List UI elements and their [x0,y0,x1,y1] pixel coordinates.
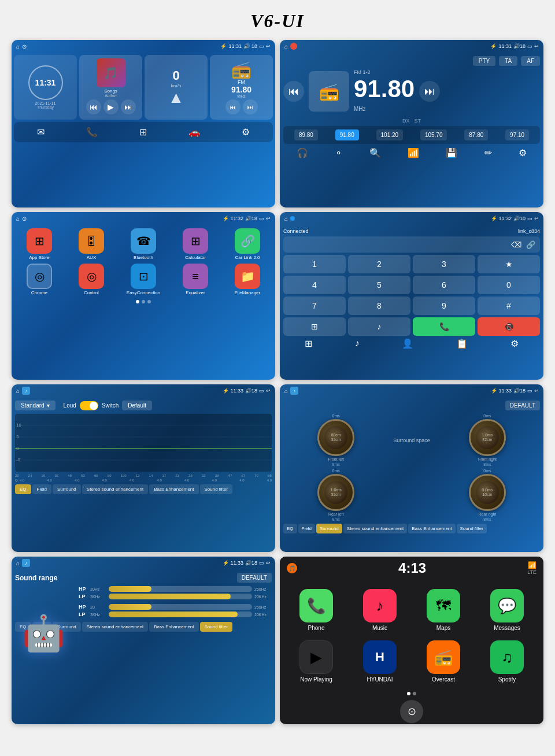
sound-tab-stereo[interactable]: Stereo sound enhancement [82,622,148,632]
stab-eq[interactable]: EQ [283,524,297,533]
pb-contact[interactable]: 👤 [402,338,413,349]
eq-preset-dropdown[interactable]: Standard ▾ [15,401,56,410]
app-easyconnect[interactable]: ⊡ EasyConnection [119,264,168,295]
rear-right-knob[interactable]: 0.0ms10cm [469,474,506,511]
app-chrome[interactable]: ◎ Chrome [15,264,64,295]
carplay-home-btn[interactable]: ⊙ [400,700,423,723]
app-carlink[interactable]: 🔗 Car Link 2.0 [223,228,272,260]
station-2[interactable]: 91.80 [335,129,359,140]
sound-tab-filter[interactable]: Sound filter [200,622,232,632]
backspace-btn[interactable]: ⌫ [511,240,521,249]
key-2[interactable]: 2 [348,255,410,273]
carplay-nowplaying[interactable]: ▶ Now Playing [287,640,346,683]
tab-stereo[interactable]: Stereo sound enhancement [82,484,148,494]
stab-stereo[interactable]: Stereo sound enhancement [343,524,407,533]
pb-music[interactable]: ♪ [355,338,360,349]
stab-filter[interactable]: Sound filter [457,524,487,533]
play-btn[interactable]: ▶ [103,99,119,114]
key-9[interactable]: 9 [413,297,475,315]
station-5[interactable]: 87.80 [464,129,488,140]
link-icon-btn[interactable]: 🔗 [526,240,535,249]
station-3[interactable]: 101.20 [376,129,404,140]
surround-default-btn[interactable]: DEFAULT [505,401,540,410]
lp-track-2[interactable] [109,612,252,617]
radio-prev-btn[interactable]: ⏮ [283,81,304,102]
apps-icon[interactable]: ⊞ [139,127,147,138]
key-8[interactable]: 8 [348,297,410,315]
station-4[interactable]: 105.70 [420,129,447,140]
key-0[interactable]: 0 [478,276,540,294]
fm-next-btn[interactable]: ⏭ [243,99,258,114]
carplay-music[interactable]: ♪ Music [350,589,409,631]
carplay-maps[interactable]: 🗺 Maps [414,589,473,631]
radio-next-btn[interactable]: ⏭ [419,81,440,102]
key-1[interactable]: 1 [283,255,346,273]
app-aux[interactable]: 🎛 AUX [67,228,116,260]
lp-track-1[interactable] [109,594,252,599]
tab-filter[interactable]: Sound filter [200,484,232,494]
headphone-icon[interactable]: 🎧 [297,147,308,158]
carplay-overcast[interactable]: 📻 Overcast [414,640,473,683]
stab-surround[interactable]: Surround [316,524,342,533]
edit-icon[interactable]: ✏ [484,147,492,158]
key-music[interactable]: ♪ [348,317,410,336]
carplay-phone[interactable]: 📞 Phone [287,589,346,631]
music-controls[interactable]: ⏮ ▶ ⏭ [86,99,136,114]
app-calculator[interactable]: ⊞ Calculator [171,228,220,260]
key-6[interactable]: 6 [413,276,475,294]
pb-settings[interactable]: ⚙ [510,338,519,349]
key-7[interactable]: 7 [283,297,346,315]
key-3[interactable]: 3 [413,255,475,273]
key-5[interactable]: 5 [348,276,410,294]
pty-btn[interactable]: PTY [473,56,495,66]
phone-display[interactable]: ⌫ 🔗 [283,236,540,253]
radio-settings[interactable]: ⚙ [519,147,527,158]
key-call-red[interactable]: 📵 [478,317,540,336]
hp-track-2[interactable] [109,604,252,610]
pb-calls[interactable]: 📋 [456,338,468,349]
app-equalizer[interactable]: ≡ Equalizer [171,264,220,295]
car-icon[interactable]: 🚗 [188,127,200,138]
key-hash[interactable]: # [478,297,540,315]
loud-toggle[interactable] [80,401,98,410]
af-btn[interactable]: AF [521,56,540,66]
carplay-messages[interactable]: 💬 Messages [478,589,536,631]
key-call-green[interactable]: 📞 [413,317,475,336]
ta-btn[interactable]: TA [499,56,517,66]
prev-btn[interactable]: ⏮ [86,99,101,114]
carplay-hyundai[interactable]: H HYUNDAI [350,640,409,683]
stab-bass[interactable]: Bass Enhancement [408,524,455,533]
tab-field[interactable]: Field [32,484,51,494]
signal-icon[interactable]: 📶 [408,147,419,158]
tab-surround[interactable]: Surround [53,484,81,494]
sound-tab-bass[interactable]: Bass Enhancement [149,622,198,632]
key-dialpad[interactable]: ⊞ [283,317,346,336]
search-icon[interactable]: 🔍 [369,147,381,158]
settings-icon[interactable]: ⚙ [242,127,250,138]
save-icon[interactable]: 💾 [446,147,457,158]
fm-controls[interactable]: ⏮ ⏭ [225,99,258,114]
station-1[interactable]: 89.80 [294,129,318,140]
rear-left-knob[interactable]: 1.0ms32cm [317,474,354,511]
pb-dialpad[interactable]: ⊞ [305,338,312,349]
app-filemanager[interactable]: 📁 FileManager [223,264,272,295]
app-control[interactable]: ◎ Control [67,264,116,295]
front-left-knob[interactable]: 68cm32cm [317,419,354,456]
switch-label[interactable]: Switch [102,402,119,409]
fm-prev-btn[interactable]: ⏮ [225,99,240,114]
toggle-icon[interactable]: ⚬ [335,147,342,158]
hp-track-1[interactable] [109,586,252,592]
app-appstore[interactable]: ⊞ App Store [15,228,64,260]
carplay-spotify[interactable]: ♫ Spotify [478,640,536,683]
key-star[interactable]: ★ [478,255,540,273]
default-btn[interactable]: Default [122,401,152,410]
tab-bass[interactable]: Bass Enhancement [149,484,198,494]
station-6[interactable]: 97.10 [505,129,529,140]
tab-eq[interactable]: EQ [15,484,31,494]
msg-icon[interactable]: ✉ [37,127,45,138]
stab-field[interactable]: Field [298,524,315,533]
next-btn[interactable]: ⏭ [121,99,136,114]
phone-icon[interactable]: 📞 [86,127,98,138]
sound-default-btn[interactable]: DEFAULT [237,573,272,583]
key-4[interactable]: 4 [283,276,346,294]
